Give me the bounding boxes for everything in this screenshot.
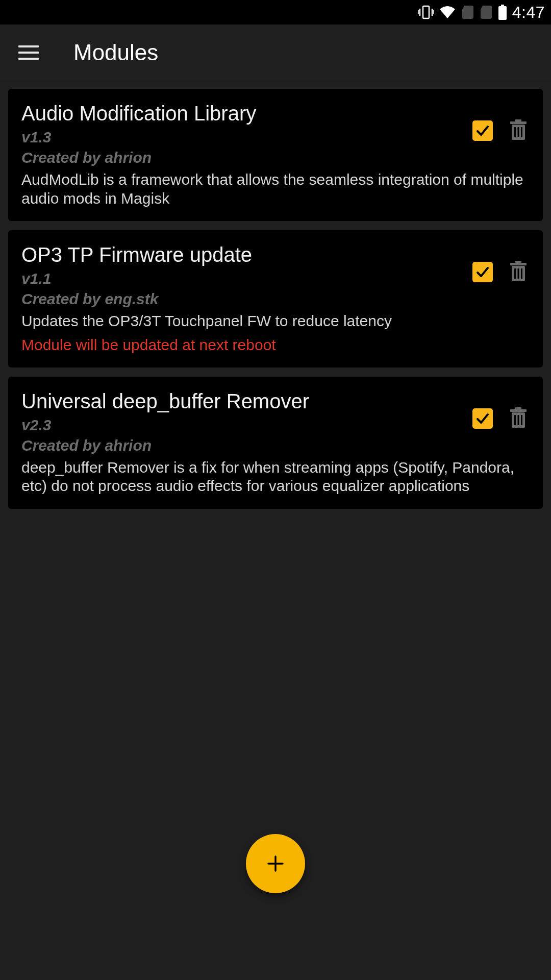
page-title: Modules (73, 40, 158, 65)
no-sim-icon (480, 5, 493, 20)
svg-rect-16 (510, 263, 527, 265)
module-notice: Module will be updated at next reboot (21, 336, 530, 354)
module-card: Audio Modification Library v1.3 Created … (8, 89, 543, 221)
module-description: deep_buffer Remover is a fix for when st… (21, 458, 530, 496)
module-title: Audio Modification Library (21, 101, 466, 126)
svg-rect-8 (498, 6, 507, 20)
app-bar: Modules (0, 24, 551, 81)
svg-rect-17 (515, 261, 521, 263)
module-version: v1.3 (21, 129, 466, 146)
status-clock: 4:47 (512, 3, 545, 22)
module-description: Updates the OP3/3T Touchpanel FW to redu… (21, 312, 530, 331)
add-module-button[interactable] (246, 834, 305, 893)
svg-rect-25 (518, 415, 519, 425)
battery-icon (498, 5, 507, 20)
svg-rect-12 (514, 127, 516, 137)
module-description: AudModLib is a framework that allows the… (21, 170, 530, 208)
status-bar: 4:47 (0, 0, 551, 24)
wifi-icon (439, 5, 456, 19)
delete-icon[interactable] (509, 407, 528, 430)
svg-rect-10 (510, 121, 527, 124)
module-title: Universal deep_buffer Remover (21, 389, 466, 413)
svg-rect-13 (518, 127, 519, 137)
vibrate-icon (418, 5, 434, 19)
delete-icon[interactable] (509, 261, 528, 283)
svg-rect-19 (518, 268, 519, 279)
svg-rect-24 (514, 415, 516, 425)
delete-icon[interactable] (509, 119, 528, 142)
svg-rect-18 (514, 268, 516, 279)
svg-rect-7 (501, 5, 504, 6)
svg-rect-0 (423, 6, 429, 18)
menu-icon[interactable] (18, 42, 39, 63)
module-card: Universal deep_buffer Remover v2.3 Creat… (8, 377, 543, 509)
enable-checkbox[interactable] (472, 262, 493, 282)
module-author: Created by ahrion (21, 437, 466, 454)
svg-rect-14 (521, 127, 522, 137)
module-title: OP3 TP Firmware update (21, 242, 466, 267)
module-list: Audio Modification Library v1.3 Created … (0, 81, 551, 522)
svg-rect-22 (510, 409, 527, 412)
svg-rect-23 (515, 407, 521, 409)
enable-checkbox[interactable] (472, 120, 493, 141)
module-version: v1.1 (21, 270, 466, 287)
module-author: Created by eng.stk (21, 290, 466, 308)
no-sim-icon (461, 5, 474, 20)
module-card: OP3 TP Firmware update v1.1 Created by e… (8, 230, 543, 368)
svg-rect-20 (521, 268, 522, 279)
module-author: Created by ahrion (21, 149, 466, 166)
svg-rect-11 (515, 119, 521, 121)
module-version: v2.3 (21, 416, 466, 434)
svg-rect-26 (521, 415, 522, 425)
enable-checkbox[interactable] (472, 408, 493, 429)
